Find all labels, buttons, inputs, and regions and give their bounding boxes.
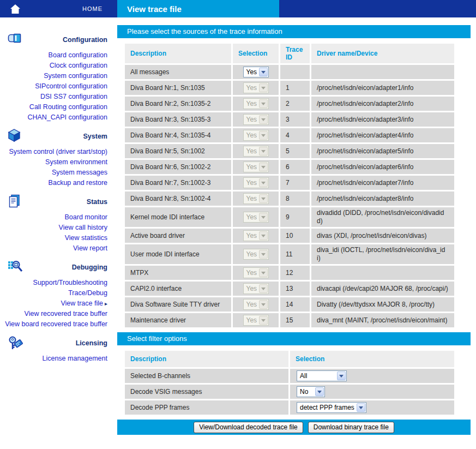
row-driver: /proc/net/isdn/eicon/adapter2/info bbox=[311, 97, 454, 111]
action-bar: View/Download decoded trace file Downloa… bbox=[117, 420, 471, 435]
dropdown-value: All bbox=[297, 371, 336, 381]
row-selection-cell: detect PPP frames bbox=[290, 400, 454, 415]
chevron-down-icon bbox=[259, 250, 268, 259]
row-driver: /proc/net/isdn/eicon/adapter5/info bbox=[311, 144, 454, 158]
sidebar-section-debugging: Debugging Support/Troubleshooting Trace/… bbox=[0, 260, 117, 330]
sidebar-item-view-recovered-trace-buffer[interactable]: View recovered trace buffer bbox=[0, 309, 117, 319]
sidebar-item-dsi-ss7-configuration[interactable]: DSI SS7 configuration bbox=[0, 92, 117, 102]
sidebar-item-board-configuration[interactable]: Board configuration bbox=[0, 50, 117, 61]
sidebar-item-trace-debug[interactable]: Trace/Debug bbox=[0, 288, 117, 298]
table-row: CAPI2.0 interface Yes 13 divacapi (/dev/… bbox=[125, 282, 454, 296]
sidebar-section-licensing: Licensing License management bbox=[0, 336, 117, 364]
ppp-decode-dropdown[interactable]: detect PPP frames bbox=[297, 402, 366, 413]
table-row: All messages Yes bbox=[125, 65, 454, 79]
table-row: Active board driver Yes 10 divas (XDI, /… bbox=[125, 229, 454, 243]
row-selection-cell: Yes bbox=[233, 266, 279, 280]
sidebar-item-view-report[interactable]: View report bbox=[0, 243, 117, 254]
dropdown-value: Yes bbox=[244, 146, 258, 156]
dropdown-value: Yes bbox=[244, 194, 258, 203]
row-description: Diva Board Nr:7, Sn:1002-3 bbox=[125, 176, 231, 190]
sidebar-item-system-configuration[interactable]: System configuration bbox=[0, 71, 117, 81]
dropdown-value: Yes bbox=[244, 212, 258, 222]
chevron-down-icon bbox=[259, 68, 268, 76]
sidebar-item-board-monitor[interactable]: Board monitor bbox=[0, 212, 117, 223]
row-description: Diva Board Nr:8, Sn:1002-4 bbox=[125, 191, 231, 206]
row-trace-id: 14 bbox=[280, 297, 310, 312]
row-driver bbox=[311, 266, 454, 280]
sidebar-item-chan-capi-configuration[interactable]: CHAN_CAPI configuration bbox=[0, 112, 117, 123]
row-trace-id: 6 bbox=[280, 160, 310, 174]
sidebar-section-system: System System control (driver start/stop… bbox=[0, 129, 117, 188]
main-content: Please select the sources of the trace i… bbox=[117, 17, 471, 435]
vsig-decode-dropdown[interactable]: No bbox=[297, 386, 325, 397]
active-link-label: View trace file bbox=[61, 300, 103, 307]
row-trace-id: 5 bbox=[280, 144, 310, 158]
dropdown-value: Yes bbox=[244, 300, 258, 309]
trace-sources-table: Description Selection Trace ID Driver na… bbox=[123, 42, 456, 329]
row-selection-cell: No bbox=[290, 385, 454, 399]
sidebar-item-clock-configuration[interactable]: Clock configuration bbox=[0, 61, 117, 71]
row-selection-cell: Yes bbox=[233, 112, 279, 127]
sidebar-item-system-control[interactable]: System control (driver start/stop) bbox=[0, 147, 117, 157]
row-driver: /proc/net/isdn/eicon/adapter1/info bbox=[311, 81, 454, 95]
dropdown-value: Yes bbox=[244, 83, 258, 93]
sources-section-bar: Please select the sources of the trace i… bbox=[117, 25, 471, 38]
chevron-down-icon bbox=[259, 83, 268, 92]
sidebar-item-system-messages[interactable]: System messages bbox=[0, 167, 117, 178]
dropdown-value: Yes bbox=[244, 99, 258, 109]
sidebar-item-sipcontrol-configuration[interactable]: SIPcontrol configuration bbox=[0, 81, 117, 92]
sidebar-item-license-management[interactable]: License management bbox=[0, 354, 117, 364]
table-row: Diva Board Nr:8, Sn:1002-4 Yes 8 /proc/n… bbox=[125, 191, 454, 206]
chevron-down-icon bbox=[259, 194, 268, 203]
sidebar-item-backup-and-restore[interactable]: Backup and restore bbox=[0, 178, 117, 188]
sidebar-item-view-statistics[interactable]: View statistics bbox=[0, 233, 117, 243]
row-trace-id: 3 bbox=[280, 112, 310, 127]
selection-dropdown[interactable]: Yes bbox=[243, 67, 269, 77]
row-trace-id: 9 bbox=[280, 207, 310, 227]
dropdown-value: Yes bbox=[244, 162, 258, 172]
row-description: Active board driver bbox=[125, 229, 231, 243]
row-trace-id: 13 bbox=[280, 282, 310, 296]
selection-dropdown-disabled: Yes bbox=[243, 249, 269, 260]
table-row: Kernel mode IDI interface Yes 9 divadidd… bbox=[125, 207, 454, 227]
section-header: System bbox=[0, 129, 117, 143]
table-row: Diva Board Nr:2, Sn:1035-2 Yes 2 /proc/n… bbox=[125, 97, 454, 111]
row-selection-cell: Yes bbox=[233, 244, 279, 264]
section-header: Debugging bbox=[0, 260, 117, 274]
dropdown-value: Yes bbox=[244, 115, 258, 124]
row-selection-cell: Yes bbox=[233, 282, 279, 296]
selection-dropdown-disabled: Yes bbox=[243, 315, 269, 326]
selection-dropdown-disabled: Yes bbox=[243, 98, 269, 109]
sidebar-item-view-board-recovered-trace-buffer[interactable]: View board recovered trace buffer bbox=[0, 319, 117, 330]
sidebar-item-view-call-history[interactable]: View call history bbox=[0, 223, 117, 233]
col-header-description: Description bbox=[125, 351, 288, 367]
row-driver: divas (XDI, /proc/net/isdn/eicon/divas) bbox=[311, 229, 454, 243]
chevron-down-icon bbox=[259, 115, 268, 124]
configuration-icon bbox=[8, 32, 22, 46]
row-description: Diva Board Nr:3, Sn:1035-3 bbox=[125, 112, 231, 127]
sidebar-item-call-routing-configuration[interactable]: Call Routing configuration bbox=[0, 102, 117, 112]
row-trace-id: 12 bbox=[280, 266, 310, 280]
filter-options-table: Description Selection Selected B-channel… bbox=[123, 349, 456, 416]
row-trace-id: 8 bbox=[280, 191, 310, 206]
row-trace-id: 11 bbox=[280, 244, 310, 264]
home-link[interactable]: HOME bbox=[82, 5, 103, 12]
row-description: Decode VSIG messages bbox=[125, 385, 288, 399]
sidebar-item-system-environment[interactable]: System environment bbox=[0, 157, 117, 167]
row-description: Diva Board Nr:5, Sn:1002 bbox=[125, 144, 231, 158]
table-row: Diva Board Nr:6, Sn:1002-2 Yes 6 /proc/n… bbox=[125, 160, 454, 174]
table-row: Diva Board Nr:1, Sn:1035 Yes 1 /proc/net… bbox=[125, 81, 454, 95]
section-header: Licensing bbox=[0, 336, 117, 350]
selection-dropdown-disabled: Yes bbox=[243, 267, 269, 278]
sidebar-item-view-trace-file[interactable]: View trace file▸ bbox=[0, 298, 117, 309]
view-download-decoded-trace-button[interactable]: View/Download decoded trace file bbox=[194, 422, 303, 433]
dropdown-value: Yes bbox=[244, 130, 258, 140]
download-binary-trace-button[interactable]: Download binary trace file bbox=[308, 422, 394, 433]
selection-dropdown-disabled: Yes bbox=[243, 193, 269, 204]
selection-dropdown-disabled: Yes bbox=[243, 177, 269, 188]
row-trace-id: 4 bbox=[280, 128, 310, 142]
b-channels-dropdown[interactable]: All bbox=[297, 370, 347, 381]
row-driver: /proc/net/isdn/eicon/adapter4/info bbox=[311, 128, 454, 142]
home-icon[interactable] bbox=[10, 4, 20, 14]
sidebar-item-support-troubleshooting[interactable]: Support/Troubleshooting bbox=[0, 278, 117, 288]
